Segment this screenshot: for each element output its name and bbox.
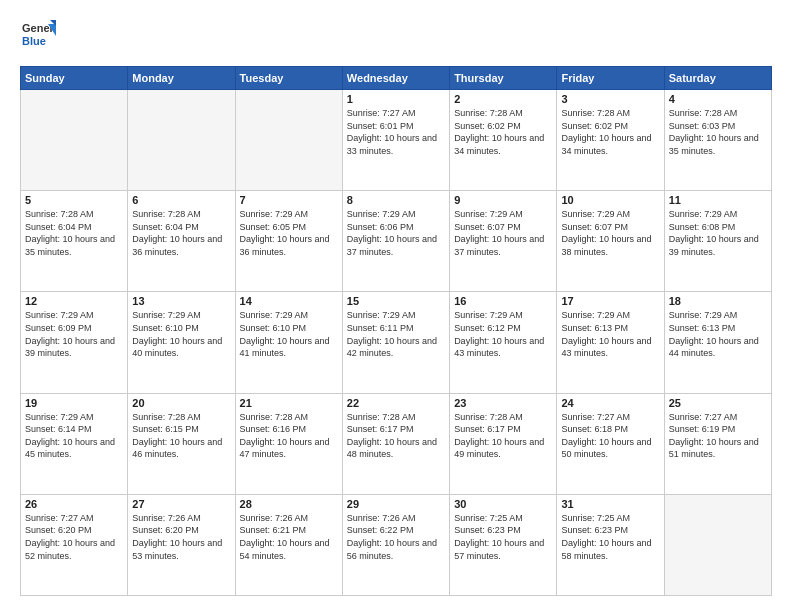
- day-number: 4: [669, 93, 767, 105]
- day-info: Sunrise: 7:26 AMSunset: 6:21 PMDaylight:…: [240, 512, 338, 562]
- day-info: Sunrise: 7:29 AMSunset: 6:11 PMDaylight:…: [347, 309, 445, 359]
- day-info: Sunrise: 7:27 AMSunset: 6:01 PMDaylight:…: [347, 107, 445, 157]
- day-number: 23: [454, 397, 552, 409]
- calendar-cell: [21, 90, 128, 191]
- week-row-4: 26Sunrise: 7:27 AMSunset: 6:20 PMDayligh…: [21, 494, 772, 595]
- logo-icon: General Blue: [20, 16, 56, 52]
- week-row-2: 12Sunrise: 7:29 AMSunset: 6:09 PMDayligh…: [21, 292, 772, 393]
- calendar-cell: 20Sunrise: 7:28 AMSunset: 6:15 PMDayligh…: [128, 393, 235, 494]
- logo: General Blue: [20, 16, 56, 56]
- week-row-1: 5Sunrise: 7:28 AMSunset: 6:04 PMDaylight…: [21, 191, 772, 292]
- day-number: 11: [669, 194, 767, 206]
- day-info: Sunrise: 7:29 AMSunset: 6:12 PMDaylight:…: [454, 309, 552, 359]
- day-number: 24: [561, 397, 659, 409]
- day-info: Sunrise: 7:29 AMSunset: 6:10 PMDaylight:…: [132, 309, 230, 359]
- calendar-cell: 10Sunrise: 7:29 AMSunset: 6:07 PMDayligh…: [557, 191, 664, 292]
- calendar-cell: 4Sunrise: 7:28 AMSunset: 6:03 PMDaylight…: [664, 90, 771, 191]
- day-info: Sunrise: 7:28 AMSunset: 6:04 PMDaylight:…: [132, 208, 230, 258]
- day-info: Sunrise: 7:28 AMSunset: 6:03 PMDaylight:…: [669, 107, 767, 157]
- day-number: 16: [454, 295, 552, 307]
- day-number: 21: [240, 397, 338, 409]
- day-info: Sunrise: 7:29 AMSunset: 6:07 PMDaylight:…: [561, 208, 659, 258]
- calendar-cell: 14Sunrise: 7:29 AMSunset: 6:10 PMDayligh…: [235, 292, 342, 393]
- day-number: 30: [454, 498, 552, 510]
- weekday-header-friday: Friday: [557, 67, 664, 90]
- day-number: 3: [561, 93, 659, 105]
- day-info: Sunrise: 7:28 AMSunset: 6:02 PMDaylight:…: [454, 107, 552, 157]
- day-info: Sunrise: 7:25 AMSunset: 6:23 PMDaylight:…: [454, 512, 552, 562]
- day-info: Sunrise: 7:28 AMSunset: 6:15 PMDaylight:…: [132, 411, 230, 461]
- day-number: 6: [132, 194, 230, 206]
- weekday-header-saturday: Saturday: [664, 67, 771, 90]
- calendar-cell: 2Sunrise: 7:28 AMSunset: 6:02 PMDaylight…: [450, 90, 557, 191]
- day-number: 18: [669, 295, 767, 307]
- calendar-cell: 12Sunrise: 7:29 AMSunset: 6:09 PMDayligh…: [21, 292, 128, 393]
- calendar-cell: 28Sunrise: 7:26 AMSunset: 6:21 PMDayligh…: [235, 494, 342, 595]
- weekday-header-monday: Monday: [128, 67, 235, 90]
- calendar-cell: [235, 90, 342, 191]
- day-number: 17: [561, 295, 659, 307]
- day-number: 22: [347, 397, 445, 409]
- calendar-cell: 7Sunrise: 7:29 AMSunset: 6:05 PMDaylight…: [235, 191, 342, 292]
- day-info: Sunrise: 7:29 AMSunset: 6:13 PMDaylight:…: [669, 309, 767, 359]
- day-info: Sunrise: 7:28 AMSunset: 6:16 PMDaylight:…: [240, 411, 338, 461]
- day-info: Sunrise: 7:27 AMSunset: 6:19 PMDaylight:…: [669, 411, 767, 461]
- svg-text:Blue: Blue: [22, 35, 46, 47]
- day-info: Sunrise: 7:29 AMSunset: 6:10 PMDaylight:…: [240, 309, 338, 359]
- day-info: Sunrise: 7:28 AMSunset: 6:17 PMDaylight:…: [347, 411, 445, 461]
- day-number: 9: [454, 194, 552, 206]
- calendar-cell: [664, 494, 771, 595]
- day-info: Sunrise: 7:29 AMSunset: 6:08 PMDaylight:…: [669, 208, 767, 258]
- day-number: 28: [240, 498, 338, 510]
- calendar-cell: 31Sunrise: 7:25 AMSunset: 6:23 PMDayligh…: [557, 494, 664, 595]
- calendar-cell: 5Sunrise: 7:28 AMSunset: 6:04 PMDaylight…: [21, 191, 128, 292]
- day-info: Sunrise: 7:29 AMSunset: 6:05 PMDaylight:…: [240, 208, 338, 258]
- day-number: 25: [669, 397, 767, 409]
- weekday-header-wednesday: Wednesday: [342, 67, 449, 90]
- day-number: 27: [132, 498, 230, 510]
- day-info: Sunrise: 7:25 AMSunset: 6:23 PMDaylight:…: [561, 512, 659, 562]
- calendar-cell: 1Sunrise: 7:27 AMSunset: 6:01 PMDaylight…: [342, 90, 449, 191]
- day-number: 14: [240, 295, 338, 307]
- day-info: Sunrise: 7:29 AMSunset: 6:13 PMDaylight:…: [561, 309, 659, 359]
- calendar-cell: 26Sunrise: 7:27 AMSunset: 6:20 PMDayligh…: [21, 494, 128, 595]
- day-info: Sunrise: 7:28 AMSunset: 6:02 PMDaylight:…: [561, 107, 659, 157]
- day-number: 26: [25, 498, 123, 510]
- page: General Blue SundayMondayTuesdayWednesda…: [0, 0, 792, 612]
- calendar-cell: 19Sunrise: 7:29 AMSunset: 6:14 PMDayligh…: [21, 393, 128, 494]
- day-info: Sunrise: 7:28 AMSunset: 6:17 PMDaylight:…: [454, 411, 552, 461]
- calendar-cell: 11Sunrise: 7:29 AMSunset: 6:08 PMDayligh…: [664, 191, 771, 292]
- day-number: 7: [240, 194, 338, 206]
- calendar-cell: 9Sunrise: 7:29 AMSunset: 6:07 PMDaylight…: [450, 191, 557, 292]
- day-info: Sunrise: 7:29 AMSunset: 6:09 PMDaylight:…: [25, 309, 123, 359]
- calendar-cell: 22Sunrise: 7:28 AMSunset: 6:17 PMDayligh…: [342, 393, 449, 494]
- day-number: 2: [454, 93, 552, 105]
- calendar-cell: 21Sunrise: 7:28 AMSunset: 6:16 PMDayligh…: [235, 393, 342, 494]
- day-info: Sunrise: 7:26 AMSunset: 6:20 PMDaylight:…: [132, 512, 230, 562]
- week-row-3: 19Sunrise: 7:29 AMSunset: 6:14 PMDayligh…: [21, 393, 772, 494]
- header: General Blue: [20, 16, 772, 56]
- calendar-cell: 16Sunrise: 7:29 AMSunset: 6:12 PMDayligh…: [450, 292, 557, 393]
- week-row-0: 1Sunrise: 7:27 AMSunset: 6:01 PMDaylight…: [21, 90, 772, 191]
- day-number: 15: [347, 295, 445, 307]
- day-number: 20: [132, 397, 230, 409]
- day-number: 31: [561, 498, 659, 510]
- day-number: 19: [25, 397, 123, 409]
- calendar-table: SundayMondayTuesdayWednesdayThursdayFrid…: [20, 66, 772, 596]
- day-info: Sunrise: 7:27 AMSunset: 6:20 PMDaylight:…: [25, 512, 123, 562]
- day-number: 8: [347, 194, 445, 206]
- day-number: 1: [347, 93, 445, 105]
- day-info: Sunrise: 7:27 AMSunset: 6:18 PMDaylight:…: [561, 411, 659, 461]
- weekday-header-tuesday: Tuesday: [235, 67, 342, 90]
- day-info: Sunrise: 7:28 AMSunset: 6:04 PMDaylight:…: [25, 208, 123, 258]
- day-info: Sunrise: 7:26 AMSunset: 6:22 PMDaylight:…: [347, 512, 445, 562]
- day-number: 13: [132, 295, 230, 307]
- calendar-cell: 27Sunrise: 7:26 AMSunset: 6:20 PMDayligh…: [128, 494, 235, 595]
- calendar-cell: 17Sunrise: 7:29 AMSunset: 6:13 PMDayligh…: [557, 292, 664, 393]
- calendar-cell: 15Sunrise: 7:29 AMSunset: 6:11 PMDayligh…: [342, 292, 449, 393]
- weekday-header-thursday: Thursday: [450, 67, 557, 90]
- day-number: 12: [25, 295, 123, 307]
- calendar-cell: 23Sunrise: 7:28 AMSunset: 6:17 PMDayligh…: [450, 393, 557, 494]
- day-info: Sunrise: 7:29 AMSunset: 6:14 PMDaylight:…: [25, 411, 123, 461]
- calendar-cell: 13Sunrise: 7:29 AMSunset: 6:10 PMDayligh…: [128, 292, 235, 393]
